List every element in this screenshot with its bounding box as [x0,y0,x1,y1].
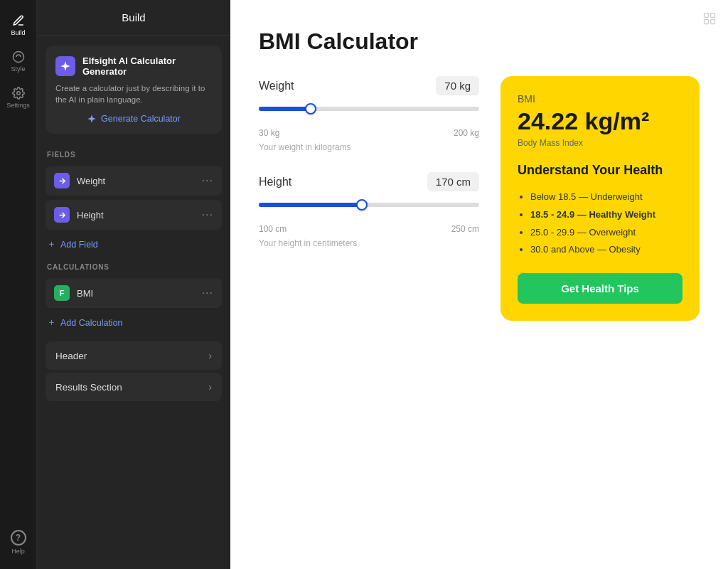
add-field-button[interactable]: ＋ Add Field [37,233,230,256]
height-field-row: Height 170 cm 100 cm 250 cm Your height … [259,172,479,248]
weight-max: 200 kg [454,128,479,138]
nav-build[interactable]: Build [3,9,34,42]
bmi-card-label: BMI [518,93,682,105]
weight-label: Weight [259,80,294,92]
nav-settings[interactable]: Settings [3,81,34,115]
height-min: 100 cm [259,224,287,234]
bmi-card-value: 24.22 kg/m² [518,107,682,135]
bmi-list: Below 18.5 — Underweight 18.5 - 24.9 — H… [518,188,682,259]
nav-help[interactable]: ? Help [3,524,34,560]
bmi-calc-icon: F [54,285,70,301]
weight-slider-range: 30 kg 200 kg [259,128,479,138]
bmi-list-item-1: 18.5 - 24.9 — Healthy Weight [530,206,682,224]
ai-card-title: Elfsight AI Calculator Generator [82,55,212,77]
header-chevron-icon: › [208,350,212,361]
height-slider[interactable] [259,203,479,214]
add-calculation-button[interactable]: ＋ Add Calculation [37,311,230,334]
svg-rect-5 [711,20,715,24]
bmi-list-item-2: 25.0 - 29.9 — Overweight [530,224,682,242]
height-row-top: Height 170 cm [259,172,479,191]
height-field-menu[interactable]: ··· [202,208,213,221]
fields-list: Weight ··· Height ··· [37,163,230,233]
ai-generator-card: Elfsight AI Calculator Generator Create … [46,46,222,134]
sidebar-title: Build [37,0,230,36]
height-hint: Your height in centimeters [259,238,479,248]
weight-value-badge: 70 kg [436,76,479,95]
section-nav-header[interactable]: Header › [46,341,222,370]
weight-row-top: Weight 70 kg [259,76,479,95]
bmi-card-sub: Body Mass Index [518,138,682,148]
weight-field-row: Weight 70 kg 30 kg 200 kg Your weight in… [259,76,479,152]
bmi-calc-label: BMI [77,288,195,299]
svg-rect-3 [711,14,715,18]
height-label: Height [259,176,291,188]
height-max: 250 cm [451,224,479,234]
calculator-title: BMI Calculator [259,28,700,55]
weight-slider-thumb[interactable] [305,103,316,115]
svg-point-0 [13,52,23,63]
height-slider-fill [259,203,362,207]
fields-panel: Weight 70 kg 30 kg 200 kg Your weight in… [259,76,479,248]
section-nav: Header › Results Section › [46,341,222,401]
svg-rect-4 [705,20,709,24]
height-field-icon [54,207,70,223]
ai-card-header: Elfsight AI Calculator Generator [55,55,212,77]
weight-field-menu[interactable]: ··· [202,174,213,187]
bmi-calc-menu[interactable]: ··· [202,287,213,299]
weight-hint: Your weight in kilograms [259,142,479,152]
weight-slider[interactable] [259,107,479,118]
weight-min: 30 kg [259,128,279,138]
weight-field-icon [54,173,70,188]
svg-point-1 [16,92,20,95]
sidebar: Build Elfsight AI Calculator Generator C… [37,0,230,569]
height-slider-thumb[interactable] [356,199,368,211]
svg-rect-2 [705,14,709,18]
ai-icon [55,56,75,76]
section-nav-results[interactable]: Results Section › [46,373,222,401]
icon-nav: Build Style Settings ? Help [0,0,37,569]
results-chevron-icon: › [208,381,212,393]
nav-style[interactable]: Style [3,45,34,78]
height-value-badge: 170 cm [427,172,479,191]
bmi-list-item-3: 30.0 and Above — Obesity [530,241,682,259]
top-right-icon [702,11,717,28]
health-tips-button[interactable]: Get Health Tips [518,273,682,304]
height-slider-range: 100 cm 250 cm [259,224,479,234]
bmi-list-item-0: Below 18.5 — Underweight [530,188,682,206]
bmi-understand-title: Understand Your Health [518,162,682,179]
field-item-weight[interactable]: Weight ··· [46,166,222,196]
calculator-body: Weight 70 kg 30 kg 200 kg Your weight in… [259,76,700,321]
calculations-label: CALCULATIONS [37,256,230,275]
main-content: BMI Calculator Weight 70 kg 30 kg 200 kg [230,0,728,569]
generate-calculator-button[interactable]: Generate Calculator [55,114,212,124]
weight-slider-fill [259,107,311,111]
fields-label: FIELDS [37,144,230,163]
ai-card-desc: Create a calculator just by describing i… [55,83,212,105]
height-field-label: Height [77,210,195,220]
field-item-height[interactable]: Height ··· [46,200,222,230]
calculations-list: F BMI ··· [37,275,230,311]
calc-item-bmi[interactable]: F BMI ··· [46,278,222,308]
weight-field-label: Weight [77,176,195,186]
bmi-result-card: BMI 24.22 kg/m² Body Mass Index Understa… [500,76,700,321]
